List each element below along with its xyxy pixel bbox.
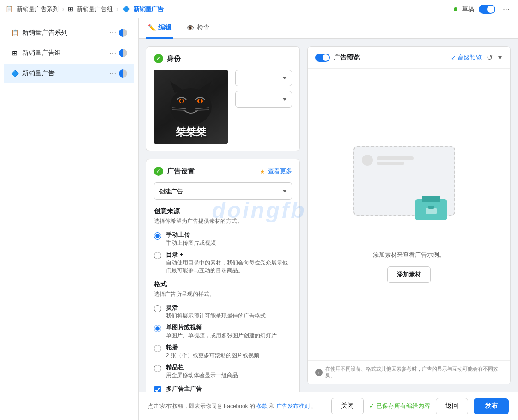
carousel-desc: 2 张（个）或更多可滚动的图片或视频 [166,352,259,360]
nav-more-btn[interactable]: ··· [500,3,512,15]
tab-inspect[interactable]: 👁️ 检查 [184,18,212,39]
series-actions: ··· [109,28,127,38]
single-image-radio[interactable] [154,325,161,332]
preview-footer-text: 在使用不同设备、格式或其他因素参考时，广告的显示与互动可能会有不同效果。 [325,366,503,379]
format-desc: 选择广告所呈现的样式。 [154,290,292,298]
manual-upload-text: 手动上传 手动上传图片或视频 [166,231,216,247]
terms-link[interactable]: 条款 [256,403,268,409]
multi-advertiser-label: 多广告主广告 [166,385,292,392]
nav-breadcrumb-ad[interactable]: 新销量广告 [134,5,164,13]
preview-more-btn[interactable]: ▾ [497,52,503,63]
add-media-text: 添加素材来查看广告示例。 [373,251,445,259]
carousel-label: 轮播 [166,343,259,352]
svg-point-6 [199,99,201,103]
identity-header: ✓ 身份 [154,54,292,63]
catalog-radio[interactable] [154,252,161,259]
preview-dashed-box [353,146,455,216]
tab-edit[interactable]: ✏️ 编辑 [146,18,173,39]
collection-option[interactable]: 精品栏 用全屏移动体验显示一组商品 [154,363,292,379]
group-label: 新销量广告组 [22,49,105,57]
close-btn[interactable]: 关闭 [331,398,364,414]
single-image-desc: 单图片、单视频，或用多张图片创建的幻灯片 [166,332,277,340]
ad-settings-header: ✓ 广告设置 ★ 查看更多 [154,167,292,176]
collection-radio[interactable] [154,365,161,372]
carousel-option[interactable]: 轮播 2 张（个）或更多可滚动的图片或视频 [154,343,292,360]
collection-label: 精品栏 [166,363,238,372]
svg-rect-12 [422,196,440,202]
preview-share-btn[interactable]: ↺ [486,52,494,63]
ad-toggle[interactable] [119,69,127,78]
preview-panel: 广告预览 ⤢ 高级预览 ↺ ▾ [307,46,511,384]
identity-check-icon: ✓ [154,54,163,63]
form-panel: ✓ 身份 [146,46,300,384]
cat-svg [168,79,214,125]
ad-icon: 🔷 [11,70,18,77]
creative-source-title: 创意来源 [154,207,292,216]
multi-advertiser-checkbox[interactable] [154,386,161,392]
nav-icon-series: 📋 [6,6,13,12]
identity-select-1[interactable] [235,70,292,86]
ad-settings-title: 广告设置 [167,167,195,176]
main-layout: 📋 新销量广告系列 ··· ⊞ 新销量广告组 ··· 🔷 新销量广告 [0,18,518,420]
flexible-text: 灵活 我们将展示预计可能呈现最佳的广告格式 [166,304,266,320]
group-toggle[interactable] [119,49,127,57]
catalog-label: 目录 + [166,251,292,259]
svg-line-8 [172,110,186,110]
info-icon: i [315,369,323,376]
sidebar-item-ad[interactable]: 🔷 新销量广告 ··· [4,64,134,83]
nav-icon-ad: 🔷 [122,6,130,12]
ad-type-dropdown[interactable]: 创建广告 [154,182,292,200]
preview-placeholder-text: 添加素材来查看广告示例。 [373,251,445,259]
ad-more-btn[interactable]: ··· [109,68,117,78]
flexible-radio[interactable] [154,305,161,312]
nav-toggle[interactable] [479,5,495,14]
preview-header: 广告预览 ⤢ 高级预览 ↺ ▾ [308,47,510,69]
view-more-link[interactable]: 查看更多 [268,167,292,175]
sidebar-item-series[interactable]: 📋 新销量广告系列 ··· [4,23,134,42]
ad-actions: ··· [109,68,127,78]
flexible-option[interactable]: 灵活 我们将展示预计可能呈现最佳的广告格式 [154,304,292,320]
svg-rect-14 [428,206,434,209]
preview-content: 添加素材来查看广告示例。 添加素材 [308,69,510,360]
identity-image: 桀桀桀 [154,70,228,144]
sidebar-item-group[interactable]: ⊞ 新销量广告组 ··· [4,43,134,63]
left-sidebar: 📋 新销量广告系列 ··· ⊞ 新销量广告组 ··· 🔷 新销量广告 [0,18,139,420]
single-image-text: 单图片或视频 单图片、单视频，或用多张图片创建的幻灯片 [166,324,277,340]
group-more-btn[interactable]: ··· [109,48,117,58]
publish-btn[interactable]: 发布 [474,398,509,414]
manual-upload-option[interactable]: 手动上传 手动上传图片或视频 [154,231,292,247]
return-btn[interactable]: 返回 [436,398,468,414]
content-area: ✓ 身份 [139,39,518,392]
series-toggle[interactable] [119,29,127,37]
identity-dropdowns [235,70,292,108]
nav-right: 草稿 ··· [454,3,512,15]
series-icon: 📋 [11,29,18,36]
nav-breadcrumb-series[interactable]: 新销量广告系列 [17,5,59,13]
svg-point-0 [170,88,212,125]
nav-breadcrumb-group[interactable]: 新销量广告组 [77,5,113,13]
svg-rect-13 [426,208,437,214]
single-image-option[interactable]: 单图片或视频 单图片、单视频，或用多张图片创建的幻灯片 [154,324,292,340]
preview-line-2 [377,162,404,165]
add-media-btn[interactable]: 添加素材 [387,266,431,283]
manual-upload-desc: 手动上传图片或视频 [166,239,216,247]
multi-advertiser-text: 多广告主广告 你的广告可以与其他广告一同显示在同一广告单元，帮助用户探索系统为其… [166,385,292,392]
preview-line-1 [377,156,414,160]
manual-upload-radio[interactable] [154,232,161,240]
format-title: 格式 [154,280,292,288]
collection-desc: 用全屏移动体验显示一组商品 [166,372,238,379]
catalog-option[interactable]: 目录 + 自动使用目录中的素材，我们会向每位受众展示他们最可能参与互动的目录商品… [154,251,292,275]
carousel-radio[interactable] [154,345,161,352]
multi-advertiser-option[interactable]: 多广告主广告 你的广告可以与其他广告一同显示在同一广告单元，帮助用户探索系统为其… [154,385,292,392]
policy-link[interactable]: 广告发布准则 [276,403,310,409]
preview-footer: i 在使用不同设备、格式或其他因素参考时，广告的显示与互动可能会有不同效果。 [308,360,510,384]
identity-image-block: 桀桀桀 [154,70,292,144]
collection-text: 精品栏 用全屏移动体验显示一组商品 [166,363,238,379]
catalog-desc: 自动使用目录中的素材，我们会向每位受众展示他们最可能参与互动的目录商品。 [166,259,292,275]
preview-toggle[interactable] [315,54,330,62]
series-more-btn[interactable]: ··· [109,28,117,38]
identity-select-2[interactable] [235,91,292,108]
status-label: 草稿 [462,5,474,13]
advanced-preview-btn[interactable]: ⤢ 高级预览 [451,54,482,62]
advanced-preview-label: 高级预览 [458,54,482,62]
